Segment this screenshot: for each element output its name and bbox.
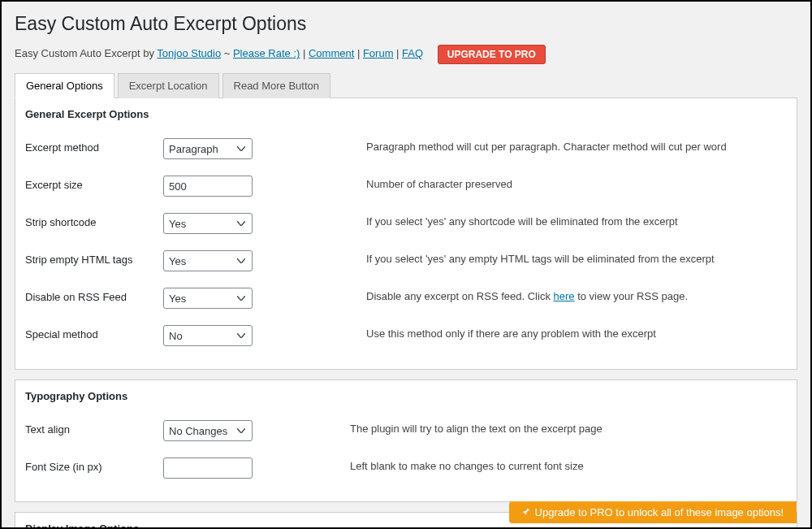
panel-typography: Typography Options Text align No Changes… xyxy=(15,379,797,502)
excerpt-size-label: Excerpt size xyxy=(25,176,163,191)
subheader-prefix: Easy Custom Auto Excerpt by xyxy=(15,47,157,59)
disable-rss-select[interactable]: Yes xyxy=(163,288,253,309)
tabs: General Options Excerpt Location Read Mo… xyxy=(15,72,797,98)
tab-read-more-button[interactable]: Read More Button xyxy=(222,73,331,98)
font-size-label: Font Size (in px) xyxy=(25,457,163,473)
tab-general-options[interactable]: General Options xyxy=(15,73,114,98)
disable-rss-label: Disable on RSS Feed xyxy=(25,288,163,303)
excerpt-size-desc: Number of character preserved xyxy=(366,176,512,190)
field-strip-empty: Strip empty HTML tags Yes If you select … xyxy=(15,242,797,280)
section-title-general: General Excerpt Options xyxy=(15,108,797,130)
pin-icon xyxy=(520,506,530,518)
field-font-size: Font Size (in px) Left blank to make no … xyxy=(15,449,797,487)
upgrade-banner[interactable]: Upgrade to PRO to unlock all of these im… xyxy=(509,501,797,523)
strip-shortcode-desc: If you select 'yes' any shortcode will b… xyxy=(366,213,678,228)
upgrade-banner-text: Upgrade to PRO to unlock all of these im… xyxy=(535,506,784,518)
font-size-input[interactable] xyxy=(163,457,253,479)
special-method-desc: Use this method only if there are any pr… xyxy=(366,325,656,340)
sep: ~ xyxy=(221,47,233,59)
tab-excerpt-location[interactable]: Excerpt Location xyxy=(118,73,219,98)
strip-shortcode-label: Strip shortcode xyxy=(25,213,163,228)
comment-link[interactable]: Comment xyxy=(309,47,354,59)
strip-empty-select[interactable]: Yes xyxy=(163,250,253,271)
strip-shortcode-select[interactable]: Yes xyxy=(163,213,253,234)
panel-general-excerpt: General Excerpt Options Excerpt method P… xyxy=(15,98,797,370)
excerpt-method-select[interactable]: Paragraph xyxy=(163,138,253,159)
font-size-desc: Left blank to make no changes to current… xyxy=(350,457,584,472)
page-title: Easy Custom Auto Excerpt Options xyxy=(15,13,797,35)
section-title-typography: Typography Options xyxy=(15,390,797,412)
disable-rss-desc-pre: Disable any excerpt on RSS feed. Click xyxy=(366,290,554,302)
text-align-select[interactable]: No Changes xyxy=(163,420,253,441)
excerpt-method-desc: Paragraph method will cut per paragraph.… xyxy=(366,138,727,153)
field-disable-rss: Disable on RSS Feed Yes Disable any exce… xyxy=(15,280,797,317)
faq-link[interactable]: FAQ xyxy=(402,47,423,59)
subheader: Easy Custom Auto Excerpt by Tonjoo Studi… xyxy=(15,45,797,64)
special-method-select[interactable]: No xyxy=(163,325,253,346)
excerpt-method-label: Excerpt method xyxy=(25,138,163,154)
disable-rss-desc: Disable any excerpt on RSS feed. Click h… xyxy=(366,288,688,302)
studio-link[interactable]: Tonjoo Studio xyxy=(157,47,221,59)
field-strip-shortcode: Strip shortcode Yes If you select 'yes' … xyxy=(15,205,797,242)
text-align-label: Text align xyxy=(25,420,163,436)
rate-link[interactable]: Please Rate :) xyxy=(233,47,300,59)
field-special-method: Special method No Use this method only i… xyxy=(15,317,797,354)
disable-rss-desc-post: to view your RSS page. xyxy=(575,290,688,302)
section-title-display-image: Display Image Options xyxy=(15,522,797,529)
sep: | xyxy=(393,47,402,59)
strip-empty-label: Strip empty HTML tags xyxy=(25,250,163,266)
excerpt-size-input[interactable] xyxy=(163,176,253,197)
field-excerpt-size: Excerpt size Number of character preserv… xyxy=(15,167,797,205)
field-excerpt-method: Excerpt method Paragraph Paragraph metho… xyxy=(15,130,797,167)
upgrade-to-pro-button[interactable]: UPGRADE TO PRO xyxy=(438,45,546,64)
panel-display-image: Upgrade to PRO to unlock all of these im… xyxy=(15,512,797,529)
sep: | xyxy=(354,47,363,59)
forum-link[interactable]: Forum xyxy=(363,47,394,59)
special-method-label: Special method xyxy=(25,325,163,340)
rss-here-link[interactable]: here xyxy=(554,290,575,302)
text-align-desc: The plugin will try to align the text on… xyxy=(350,420,603,435)
field-text-align: Text align No Changes The plugin will tr… xyxy=(15,412,797,449)
sep: | xyxy=(300,47,309,59)
strip-empty-desc: If you select 'yes' any empty HTML tags … xyxy=(366,250,715,265)
